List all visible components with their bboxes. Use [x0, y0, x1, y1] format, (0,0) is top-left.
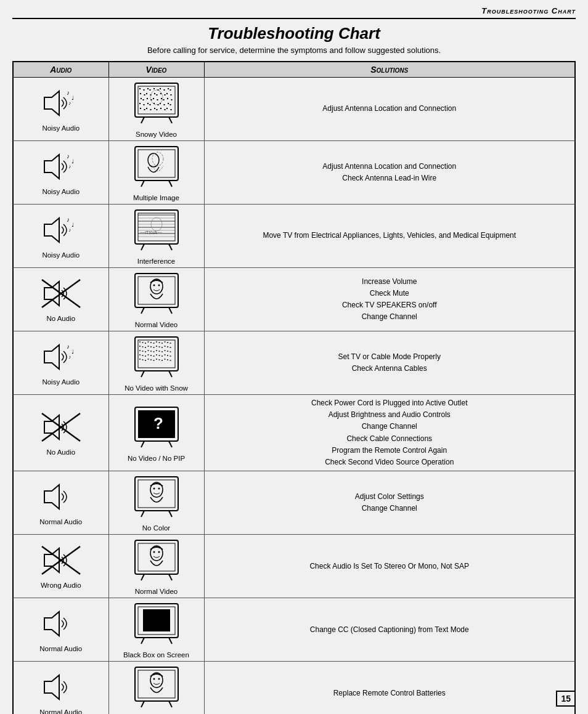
svg-rect-23 — [164, 94, 165, 95]
svg-rect-110 — [158, 342, 160, 343]
svg-rect-43 — [163, 104, 165, 105]
svg-rect-118 — [147, 346, 149, 347]
video-cell: No Color — [108, 471, 204, 535]
svg-rect-6 — [139, 88, 141, 89]
svg-line-95 — [141, 307, 144, 314]
svg-line-172 — [169, 441, 172, 447]
svg-rect-27 — [142, 99, 144, 100]
solution-item: Move TV from Electrical Appliances, Ligh… — [208, 230, 571, 241]
solution-item: Program the Remote Control Again — [208, 445, 571, 456]
solutions-cell: Set TV or Cable Mode ProperlyCheck Anten… — [204, 331, 575, 395]
svg-text:♪: ♪ — [68, 164, 71, 169]
svg-point-187 — [153, 551, 155, 553]
solution-item: Increase Volume — [208, 276, 571, 288]
svg-line-189 — [141, 574, 144, 580]
svg-text:♪: ♪ — [68, 227, 71, 233]
table-row: No Audio Normal VideoIncrease VolumeChec… — [13, 268, 575, 331]
video-cell: Normal Video — [108, 662, 204, 714]
svg-line-163 — [141, 371, 144, 377]
solutions-cell: Move TV from Electrical Appliances, Ligh… — [204, 205, 575, 268]
svg-rect-140 — [142, 355, 143, 356]
audio-cell: No Audio — [13, 395, 108, 471]
table-row: ♪ ♩ ♪ Noisy Audio Snowy VideoAdjust Ante… — [13, 78, 575, 141]
video-label: No Video with Snow — [113, 384, 200, 392]
audio-label: Noisy Audio — [17, 251, 105, 259]
svg-point-178 — [158, 488, 160, 490]
svg-rect-132 — [153, 351, 154, 352]
video-cell: Normal Video — [108, 268, 204, 331]
svg-rect-30 — [153, 98, 154, 99]
video-cell: Black Box on Screen — [108, 598, 204, 662]
svg-rect-114 — [169, 343, 171, 344]
svg-rect-146 — [158, 355, 160, 356]
svg-point-202 — [158, 678, 160, 680]
audio-cell: ♪ ♩ ♪ Noisy Audio — [13, 331, 108, 395]
table-row: No Audio ? No Video / No PIPCheck Power … — [13, 395, 575, 471]
table-row: Normal Audio No ColorAdjust Color Settin… — [13, 471, 575, 535]
svg-line-67 — [141, 181, 144, 187]
svg-marker-59 — [44, 155, 59, 179]
svg-rect-17 — [144, 94, 145, 95]
svg-rect-115 — [139, 346, 141, 347]
page-header: Troubleshooting Chart — [12, 6, 576, 19]
video-cell: Normal Video — [108, 535, 204, 598]
solution-item: Check Second Video Source Operation — [208, 456, 571, 468]
svg-rect-116 — [142, 346, 143, 347]
svg-rect-144 — [153, 355, 154, 357]
svg-rect-138 — [169, 351, 171, 352]
svg-rect-137 — [167, 351, 168, 352]
main-title: Troubleshooting Chart — [208, 24, 380, 43]
svg-text:♪: ♪ — [67, 89, 70, 96]
svg-line-196 — [169, 638, 172, 644]
svg-rect-129 — [145, 351, 146, 352]
svg-rect-150 — [169, 355, 171, 357]
svg-rect-130 — [147, 350, 149, 351]
table-row: ♪ ♩ ♪ Noisy Audio No Video with SnowSet … — [13, 331, 575, 395]
video-cell: ~~ITSVA~~ Interference — [108, 205, 204, 268]
audio-label: Noisy Audio — [17, 188, 105, 195]
svg-rect-7 — [143, 89, 144, 91]
video-label: Normal Video — [113, 588, 200, 595]
svg-rect-21 — [156, 94, 157, 95]
svg-point-56 — [150, 90, 163, 105]
svg-text:♩: ♩ — [71, 349, 74, 355]
svg-rect-102 — [138, 340, 175, 368]
table-row: Normal Audio Black Box on ScreenChange C… — [13, 598, 575, 662]
svg-rect-145 — [156, 354, 157, 355]
svg-rect-148 — [164, 354, 165, 355]
svg-rect-106 — [147, 341, 149, 343]
svg-line-57 — [141, 117, 144, 123]
svg-text:♪: ♪ — [67, 343, 70, 350]
solution-item: Adjust Antenna Location and Connection — [208, 161, 571, 172]
table-row: ♪ ♩ ♪ Noisy Audio ~~ITSVA~~ Interference… — [13, 205, 575, 268]
svg-rect-55 — [170, 109, 171, 110]
svg-point-93 — [153, 285, 155, 286]
svg-line-204 — [169, 701, 172, 707]
solutions-cell: Adjust Antenna Location and Connection — [204, 78, 575, 141]
video-label: Multiple Image — [113, 194, 200, 201]
solution-item: Adjust Color Settings — [208, 491, 571, 503]
svg-line-58 — [169, 117, 172, 123]
table-row: Wrong Audio Normal VideoCheck Audio Is S… — [13, 535, 575, 598]
solution-item: Adjust Brightness and Audio Controls — [208, 409, 571, 421]
solution-item: Check Antenna Lead-in Wire — [208, 172, 571, 184]
svg-rect-37 — [143, 104, 144, 105]
audio-label: Normal Audio — [17, 645, 105, 652]
solution-item: Set TV or Cable Mode Properly — [208, 351, 571, 363]
header-title: Troubleshooting Chart — [481, 6, 576, 15]
audio-cell: Normal Audio — [13, 598, 108, 662]
svg-text:♩: ♩ — [71, 95, 74, 101]
svg-text:♩: ♩ — [71, 158, 74, 164]
svg-rect-134 — [158, 351, 160, 352]
audio-label: Wrong Audio — [17, 582, 105, 589]
audio-label: Normal Audio — [17, 518, 105, 525]
svg-line-68 — [169, 181, 172, 187]
audio-cell: ♪ ♩ ♪ Noisy Audio — [13, 205, 108, 268]
audio-cell: Wrong Audio — [13, 535, 108, 598]
svg-text:♪: ♪ — [67, 216, 70, 223]
audio-label: Noisy Audio — [17, 378, 105, 386]
svg-line-190 — [169, 574, 172, 580]
video-cell: Snowy Video — [108, 78, 204, 141]
solutions-cell: Adjust Antenna Location and ConnectionCh… — [204, 141, 575, 205]
video-label: Snowy Video — [113, 131, 200, 138]
